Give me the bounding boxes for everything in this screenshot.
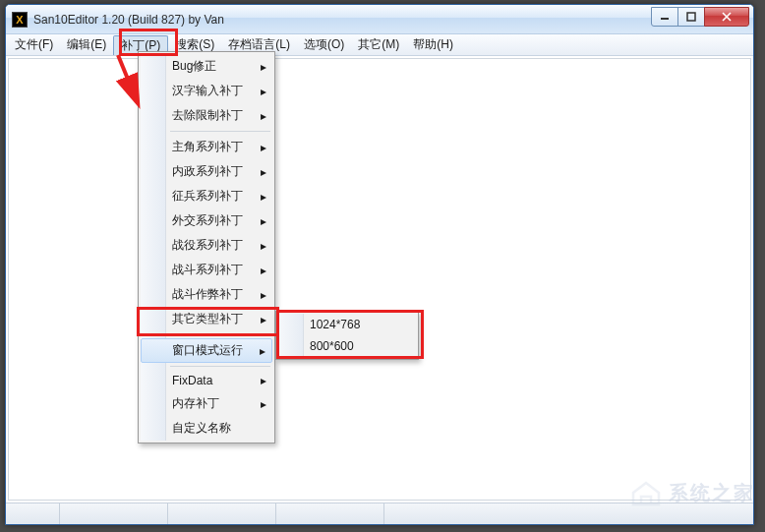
svg-rect-1 <box>687 13 695 21</box>
app-window: X San10Editor 1.20 (Build 827) by Van 文件… <box>5 4 754 525</box>
dd-label: 内政系列补丁 <box>172 164 243 178</box>
submenu-arrow-icon: ▸ <box>261 85 266 98</box>
submenu-arrow-icon: ▸ <box>260 344 265 358</box>
menu-edit[interactable]: 编辑(E) <box>60 34 113 55</box>
app-icon: X <box>12 12 28 28</box>
minimize-button[interactable] <box>651 7 678 27</box>
status-cell <box>168 503 276 524</box>
dd-label: 战斗系列补丁 <box>172 263 243 276</box>
dd-label: 其它类型补丁 <box>172 312 243 325</box>
dd-memory[interactable]: 内存补丁▸ <box>141 391 272 416</box>
submenu-arrow-icon: ▸ <box>261 374 266 387</box>
status-bar <box>6 502 753 524</box>
status-cell <box>6 503 60 524</box>
submenu-arrow-icon: ▸ <box>261 214 266 228</box>
submenu-arrow-icon: ▸ <box>261 397 266 411</box>
dd-domestic[interactable]: 内政系列补丁▸ <box>141 159 272 184</box>
submenu-arrow-icon: ▸ <box>261 264 266 277</box>
dd-label: 战斗作弊补丁 <box>172 287 243 301</box>
submenu-arrow-icon: ▸ <box>261 239 266 253</box>
dd-label: 窗口模式运行 <box>172 343 243 357</box>
menu-file[interactable]: 文件(F) <box>8 34 60 55</box>
submenu-arrow-icon: ▸ <box>261 313 266 326</box>
window-title: San10Editor 1.20 (Build 827) by Van <box>33 13 652 27</box>
dd-campaign[interactable]: 战役系列补丁▸ <box>141 233 272 258</box>
dd-bugfix[interactable]: Bug修正▸ <box>141 54 272 79</box>
dd-label: FixData <box>172 374 212 387</box>
dd-label: 去除限制补丁 <box>172 108 243 122</box>
close-button[interactable] <box>704 7 749 27</box>
dropdown-separator <box>170 334 270 335</box>
submenu-arrow-icon: ▸ <box>261 165 266 179</box>
status-cell <box>384 503 753 524</box>
dd-label: 战役系列补丁 <box>172 238 243 252</box>
dd-fixdata[interactable]: FixData▸ <box>141 370 272 391</box>
dd-ime[interactable]: 汉字输入补丁▸ <box>141 79 272 103</box>
dd-label: Bug修正 <box>172 59 216 73</box>
window-controls <box>652 7 749 27</box>
dd-main-series[interactable]: 主角系列补丁▸ <box>141 135 272 159</box>
patch-dropdown: Bug修正▸ 汉字输入补丁▸ 去除限制补丁▸ 主角系列补丁▸ 内政系列补丁▸ 征… <box>138 51 275 443</box>
sub-800x600[interactable]: 800*600 <box>278 335 416 357</box>
dd-label: 自定义名称 <box>172 421 231 435</box>
menu-help[interactable]: 帮助(H) <box>406 34 460 55</box>
dd-battle-cheat[interactable]: 战斗作弊补丁▸ <box>141 282 272 307</box>
dd-window-mode[interactable]: 窗口模式运行▸ <box>141 338 272 363</box>
dd-label: 主角系列补丁 <box>172 140 243 153</box>
dd-conscript[interactable]: 征兵系列补丁▸ <box>141 184 272 208</box>
submenu-arrow-icon: ▸ <box>261 141 266 154</box>
dd-label: 外交系列补丁 <box>172 213 243 227</box>
submenu-arrow-icon: ▸ <box>261 60 266 74</box>
window-mode-submenu: 1024*768 800*600 <box>275 311 419 360</box>
dd-label: 内存补丁 <box>172 396 219 410</box>
submenu-arrow-icon: ▸ <box>261 109 266 123</box>
submenu-arrow-icon: ▸ <box>261 288 266 302</box>
menu-other[interactable]: 其它(M) <box>351 34 406 55</box>
menu-bar: 文件(F) 编辑(E) 补丁(P) 搜索(S) 存档语言(L) 选项(O) 其它… <box>6 34 753 56</box>
dd-other-type[interactable]: 其它类型补丁▸ <box>141 307 272 331</box>
status-cell <box>276 503 384 524</box>
status-cell <box>60 503 168 524</box>
maximize-button[interactable] <box>677 7 705 27</box>
dd-label: 汉字输入补丁 <box>172 84 243 97</box>
dd-label: 征兵系列补丁 <box>172 189 243 203</box>
dd-custom-name[interactable]: 自定义名称 <box>141 416 272 441</box>
dropdown-separator <box>170 366 270 367</box>
dropdown-separator <box>170 131 270 132</box>
submenu-arrow-icon: ▸ <box>261 190 266 204</box>
dd-battle[interactable]: 战斗系列补丁▸ <box>141 258 272 282</box>
sub-1024x768[interactable]: 1024*768 <box>278 314 416 335</box>
title-bar: X San10Editor 1.20 (Build 827) by Van <box>6 5 753 34</box>
menu-options[interactable]: 选项(O) <box>297 34 351 55</box>
client-area <box>8 58 751 501</box>
dd-unlimit[interactable]: 去除限制补丁▸ <box>141 103 272 128</box>
dd-diplomacy[interactable]: 外交系列补丁▸ <box>141 208 272 233</box>
